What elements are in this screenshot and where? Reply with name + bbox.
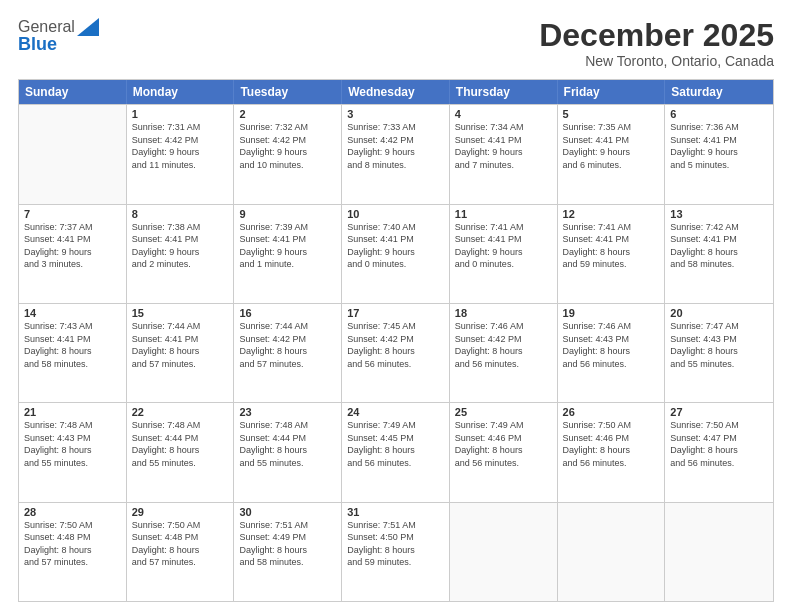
calendar-cell: 19Sunrise: 7:46 AM Sunset: 4:43 PM Dayli… <box>558 304 666 402</box>
calendar-row-3: 21Sunrise: 7:48 AM Sunset: 4:43 PM Dayli… <box>19 402 773 501</box>
cell-info: Sunrise: 7:49 AM Sunset: 4:46 PM Dayligh… <box>455 419 552 469</box>
day-number: 6 <box>670 108 768 120</box>
day-number: 17 <box>347 307 444 319</box>
calendar-cell: 28Sunrise: 7:50 AM Sunset: 4:48 PM Dayli… <box>19 503 127 601</box>
day-number: 1 <box>132 108 229 120</box>
cell-info: Sunrise: 7:42 AM Sunset: 4:41 PM Dayligh… <box>670 221 768 271</box>
day-number: 4 <box>455 108 552 120</box>
cell-info: Sunrise: 7:44 AM Sunset: 4:42 PM Dayligh… <box>239 320 336 370</box>
day-number: 29 <box>132 506 229 518</box>
cell-info: Sunrise: 7:36 AM Sunset: 4:41 PM Dayligh… <box>670 121 768 171</box>
calendar-cell <box>450 503 558 601</box>
header-day-saturday: Saturday <box>665 80 773 104</box>
day-number: 3 <box>347 108 444 120</box>
day-number: 24 <box>347 406 444 418</box>
cell-info: Sunrise: 7:43 AM Sunset: 4:41 PM Dayligh… <box>24 320 121 370</box>
cell-info: Sunrise: 7:48 AM Sunset: 4:44 PM Dayligh… <box>132 419 229 469</box>
calendar-cell: 10Sunrise: 7:40 AM Sunset: 4:41 PM Dayli… <box>342 205 450 303</box>
cell-info: Sunrise: 7:31 AM Sunset: 4:42 PM Dayligh… <box>132 121 229 171</box>
header-day-monday: Monday <box>127 80 235 104</box>
calendar-body: 1Sunrise: 7:31 AM Sunset: 4:42 PM Daylig… <box>19 104 773 601</box>
calendar-cell: 14Sunrise: 7:43 AM Sunset: 4:41 PM Dayli… <box>19 304 127 402</box>
day-number: 20 <box>670 307 768 319</box>
title-block: December 2025 New Toronto, Ontario, Cana… <box>539 18 774 69</box>
calendar-cell: 24Sunrise: 7:49 AM Sunset: 4:45 PM Dayli… <box>342 403 450 501</box>
cell-info: Sunrise: 7:50 AM Sunset: 4:46 PM Dayligh… <box>563 419 660 469</box>
cell-info: Sunrise: 7:45 AM Sunset: 4:42 PM Dayligh… <box>347 320 444 370</box>
cell-info: Sunrise: 7:48 AM Sunset: 4:43 PM Dayligh… <box>24 419 121 469</box>
calendar-cell: 25Sunrise: 7:49 AM Sunset: 4:46 PM Dayli… <box>450 403 558 501</box>
cell-info: Sunrise: 7:38 AM Sunset: 4:41 PM Dayligh… <box>132 221 229 271</box>
day-number: 7 <box>24 208 121 220</box>
cell-info: Sunrise: 7:33 AM Sunset: 4:42 PM Dayligh… <box>347 121 444 171</box>
day-number: 15 <box>132 307 229 319</box>
cell-info: Sunrise: 7:39 AM Sunset: 4:41 PM Dayligh… <box>239 221 336 271</box>
calendar-cell <box>558 503 666 601</box>
cell-info: Sunrise: 7:32 AM Sunset: 4:42 PM Dayligh… <box>239 121 336 171</box>
calendar-cell: 20Sunrise: 7:47 AM Sunset: 4:43 PM Dayli… <box>665 304 773 402</box>
calendar-cell: 7Sunrise: 7:37 AM Sunset: 4:41 PM Daylig… <box>19 205 127 303</box>
cell-info: Sunrise: 7:40 AM Sunset: 4:41 PM Dayligh… <box>347 221 444 271</box>
day-number: 27 <box>670 406 768 418</box>
location-subtitle: New Toronto, Ontario, Canada <box>539 53 774 69</box>
calendar-cell: 13Sunrise: 7:42 AM Sunset: 4:41 PM Dayli… <box>665 205 773 303</box>
day-number: 25 <box>455 406 552 418</box>
day-number: 10 <box>347 208 444 220</box>
cell-info: Sunrise: 7:49 AM Sunset: 4:45 PM Dayligh… <box>347 419 444 469</box>
day-number: 31 <box>347 506 444 518</box>
calendar-row-2: 14Sunrise: 7:43 AM Sunset: 4:41 PM Dayli… <box>19 303 773 402</box>
day-number: 8 <box>132 208 229 220</box>
calendar-cell: 22Sunrise: 7:48 AM Sunset: 4:44 PM Dayli… <box>127 403 235 501</box>
day-number: 22 <box>132 406 229 418</box>
calendar-cell: 2Sunrise: 7:32 AM Sunset: 4:42 PM Daylig… <box>234 105 342 203</box>
cell-info: Sunrise: 7:41 AM Sunset: 4:41 PM Dayligh… <box>455 221 552 271</box>
day-number: 5 <box>563 108 660 120</box>
logo-icon <box>77 18 99 36</box>
calendar-cell: 6Sunrise: 7:36 AM Sunset: 4:41 PM Daylig… <box>665 105 773 203</box>
calendar-cell: 3Sunrise: 7:33 AM Sunset: 4:42 PM Daylig… <box>342 105 450 203</box>
day-number: 28 <box>24 506 121 518</box>
cell-info: Sunrise: 7:46 AM Sunset: 4:43 PM Dayligh… <box>563 320 660 370</box>
cell-info: Sunrise: 7:46 AM Sunset: 4:42 PM Dayligh… <box>455 320 552 370</box>
day-number: 18 <box>455 307 552 319</box>
calendar-cell: 9Sunrise: 7:39 AM Sunset: 4:41 PM Daylig… <box>234 205 342 303</box>
svg-marker-0 <box>77 18 99 36</box>
day-number: 13 <box>670 208 768 220</box>
day-number: 12 <box>563 208 660 220</box>
cell-info: Sunrise: 7:50 AM Sunset: 4:47 PM Dayligh… <box>670 419 768 469</box>
calendar-cell: 21Sunrise: 7:48 AM Sunset: 4:43 PM Dayli… <box>19 403 127 501</box>
calendar-cell: 5Sunrise: 7:35 AM Sunset: 4:41 PM Daylig… <box>558 105 666 203</box>
day-number: 9 <box>239 208 336 220</box>
calendar-cell: 11Sunrise: 7:41 AM Sunset: 4:41 PM Dayli… <box>450 205 558 303</box>
header-day-tuesday: Tuesday <box>234 80 342 104</box>
header-day-wednesday: Wednesday <box>342 80 450 104</box>
calendar-row-4: 28Sunrise: 7:50 AM Sunset: 4:48 PM Dayli… <box>19 502 773 601</box>
logo: General Blue <box>18 18 99 55</box>
cell-info: Sunrise: 7:51 AM Sunset: 4:50 PM Dayligh… <box>347 519 444 569</box>
calendar-cell: 26Sunrise: 7:50 AM Sunset: 4:46 PM Dayli… <box>558 403 666 501</box>
cell-info: Sunrise: 7:41 AM Sunset: 4:41 PM Dayligh… <box>563 221 660 271</box>
day-number: 2 <box>239 108 336 120</box>
month-title: December 2025 <box>539 18 774 53</box>
cell-info: Sunrise: 7:44 AM Sunset: 4:41 PM Dayligh… <box>132 320 229 370</box>
calendar-cell: 1Sunrise: 7:31 AM Sunset: 4:42 PM Daylig… <box>127 105 235 203</box>
header-day-sunday: Sunday <box>19 80 127 104</box>
calendar-cell: 18Sunrise: 7:46 AM Sunset: 4:42 PM Dayli… <box>450 304 558 402</box>
cell-info: Sunrise: 7:35 AM Sunset: 4:41 PM Dayligh… <box>563 121 660 171</box>
day-number: 11 <box>455 208 552 220</box>
header-day-friday: Friday <box>558 80 666 104</box>
calendar-cell: 23Sunrise: 7:48 AM Sunset: 4:44 PM Dayli… <box>234 403 342 501</box>
calendar-cell: 16Sunrise: 7:44 AM Sunset: 4:42 PM Dayli… <box>234 304 342 402</box>
calendar-cell: 12Sunrise: 7:41 AM Sunset: 4:41 PM Dayli… <box>558 205 666 303</box>
day-number: 26 <box>563 406 660 418</box>
calendar-header: SundayMondayTuesdayWednesdayThursdayFrid… <box>19 80 773 104</box>
day-number: 30 <box>239 506 336 518</box>
cell-info: Sunrise: 7:37 AM Sunset: 4:41 PM Dayligh… <box>24 221 121 271</box>
day-number: 19 <box>563 307 660 319</box>
cell-info: Sunrise: 7:51 AM Sunset: 4:49 PM Dayligh… <box>239 519 336 569</box>
day-number: 14 <box>24 307 121 319</box>
calendar-cell: 4Sunrise: 7:34 AM Sunset: 4:41 PM Daylig… <box>450 105 558 203</box>
calendar-cell: 17Sunrise: 7:45 AM Sunset: 4:42 PM Dayli… <box>342 304 450 402</box>
calendar-cell: 31Sunrise: 7:51 AM Sunset: 4:50 PM Dayli… <box>342 503 450 601</box>
calendar-row-0: 1Sunrise: 7:31 AM Sunset: 4:42 PM Daylig… <box>19 104 773 203</box>
